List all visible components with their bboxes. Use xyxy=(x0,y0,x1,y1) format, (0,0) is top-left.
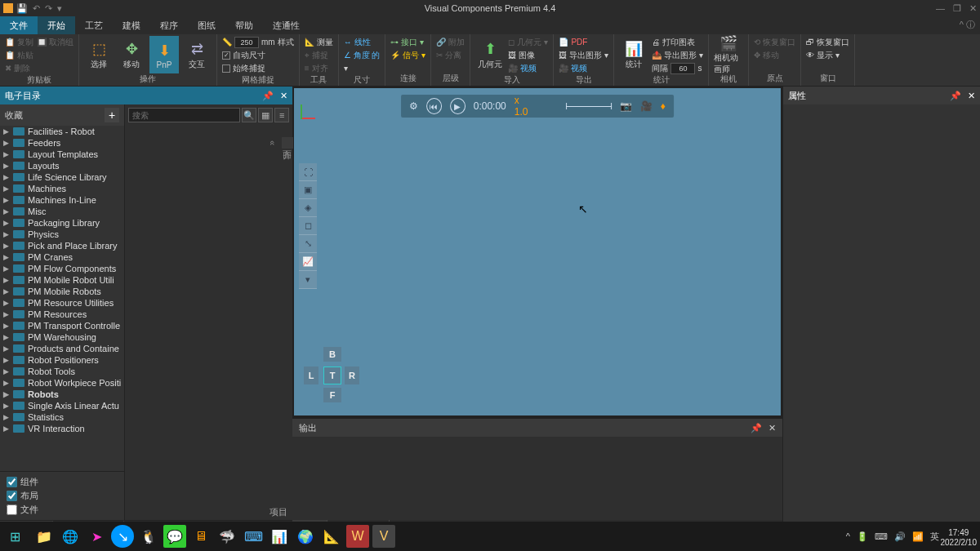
menu-process[interactable]: 工艺 xyxy=(75,16,113,34)
taskbar-bird-icon[interactable]: ↘ xyxy=(111,525,134,548)
view-grid-icon[interactable]: ▦ xyxy=(258,108,273,122)
tree-item[interactable]: ▶Facilities - Robot xyxy=(0,126,124,137)
panel-pin-icon[interactable]: 📌 xyxy=(262,91,274,101)
taskbar-matlab-icon[interactable]: 📐 xyxy=(320,525,343,548)
taskbar-wireshark-icon[interactable]: 🦈 xyxy=(216,525,238,548)
qat-save-icon[interactable]: 💾 xyxy=(16,3,28,14)
menu-program[interactable]: 程序 xyxy=(150,16,188,34)
qat-dropdown-icon[interactable]: ▾ xyxy=(57,3,62,14)
taskbar-vm-icon[interactable]: 🖥 xyxy=(189,525,212,548)
tree-item[interactable]: ▶PM Mobile Robot Utili xyxy=(0,274,124,286)
tree-item[interactable]: ▶PM Mobile Robots xyxy=(0,286,124,297)
camera-animator-button[interactable]: 🎬相机动画师 xyxy=(714,36,743,73)
taskbar-wechat-icon[interactable]: 💬 xyxy=(163,525,186,548)
taskbar-globe-icon[interactable]: 🌍 xyxy=(294,525,317,548)
interval-input[interactable] xyxy=(670,63,695,74)
cube-top[interactable]: T xyxy=(323,367,341,384)
size-more-button[interactable]: ▾ xyxy=(344,62,381,74)
tree-item[interactable]: ▶PM Resource Utilities xyxy=(0,297,124,309)
tree-item[interactable]: ▶Machines xyxy=(0,183,124,194)
tree-item[interactable]: ▶PM Transport Controlle xyxy=(0,320,124,331)
paste-button[interactable]: 📋 粘贴 xyxy=(5,49,33,61)
auto-size-check[interactable]: ✓自动尺寸 xyxy=(222,49,294,61)
tree-item[interactable]: ▶PM Flow Components xyxy=(0,263,124,274)
show-button[interactable]: 👁 显示 ▾ xyxy=(806,49,849,61)
import-image-button[interactable]: 🖼 图像 xyxy=(508,49,548,61)
timeline-slider[interactable] xyxy=(566,106,612,107)
menu-help[interactable]: 帮助 xyxy=(225,16,263,34)
tree-item[interactable]: ▶Robots xyxy=(0,389,124,400)
split-button[interactable]: ✂ 分离 xyxy=(436,49,465,61)
tree-item[interactable]: ▶Layout Templates xyxy=(0,149,124,160)
taskbar-chrome-icon[interactable]: 🌐 xyxy=(59,525,82,548)
qat-redo-icon[interactable]: ↷ xyxy=(45,3,52,14)
tree-item[interactable]: ▶Robot Workpiece Positi xyxy=(0,377,124,389)
move-button[interactable]: ✥移动 xyxy=(117,36,146,73)
cube-left[interactable]: L xyxy=(304,367,318,384)
tray-ime[interactable]: 英 xyxy=(930,531,939,543)
minimize-icon[interactable]: ― xyxy=(936,3,945,14)
viewport-3d[interactable]: ⚙ ⏮ ▶ 0:00:00 x 1.0 📷 🎥 ♦ ⛶ ▣ ◈ ◻ ⤡ 📈 ▾ xyxy=(294,88,781,415)
align-button[interactable]: ≡ 对齐 xyxy=(305,62,333,74)
graph-icon[interactable]: 📈 xyxy=(299,253,317,271)
fill-view-icon[interactable]: ▣ xyxy=(299,181,317,199)
qat-undo-icon[interactable]: ↶ xyxy=(33,3,40,14)
props-pin-icon[interactable]: 📌 xyxy=(950,91,961,101)
tree-item[interactable]: ▶PM Resources xyxy=(0,309,124,320)
restore-window-button[interactable]: 🗗 恢复窗口 xyxy=(806,36,849,48)
tray-keyboard-icon[interactable]: ⌨ xyxy=(875,531,888,542)
output-body[interactable] xyxy=(292,437,782,520)
tree-item[interactable]: ▶Life Science Library xyxy=(0,171,124,183)
output-close-icon[interactable]: ✕ xyxy=(768,423,776,433)
cube-back[interactable]: B xyxy=(323,347,341,362)
check-component[interactable]: 组件 xyxy=(7,475,118,489)
render-mode-icon[interactable]: ◈ xyxy=(299,199,317,217)
signal-button[interactable]: ⚡ 信号 ▾ xyxy=(390,49,425,61)
tree-item[interactable]: ▶Misc xyxy=(0,206,124,217)
import-geo-small[interactable]: ◻ 几何元 ▾ xyxy=(508,36,548,48)
check-layout[interactable]: 布局 xyxy=(7,489,118,503)
check-component-box[interactable] xyxy=(7,477,17,487)
select-button[interactable]: ⬚选择 xyxy=(84,36,114,73)
tray-chevron-icon[interactable]: ^ xyxy=(846,531,850,541)
catalog-tree[interactable]: ▶Facilities - Robot▶Feeders▶Layout Templ… xyxy=(0,126,124,471)
menu-file[interactable]: 文件 xyxy=(0,16,38,34)
tray-battery-icon[interactable]: 🔋 xyxy=(857,531,868,542)
import-geometry-button[interactable]: ⬆几何元 xyxy=(475,36,505,73)
linear-button[interactable]: ↔ 线性 xyxy=(344,36,381,48)
export-pdf-button[interactable]: 📄 PDF xyxy=(559,36,608,48)
close-icon[interactable]: ✕ xyxy=(969,3,977,14)
play-button[interactable]: ▶ xyxy=(450,98,466,114)
more-view-icon[interactable]: ▾ xyxy=(299,271,317,289)
settings-icon[interactable]: ⚙ xyxy=(409,100,418,112)
ribbon-collapse-icon[interactable]: ^ ⓘ xyxy=(960,19,975,31)
cube-front[interactable]: F xyxy=(323,388,341,402)
tree-item[interactable]: ▶Robot Positioners xyxy=(0,354,124,366)
origin-move-button[interactable]: ✥ 移动 xyxy=(754,49,795,61)
tree-item[interactable]: ▶PM Cranes xyxy=(0,251,124,263)
tray-wifi-icon[interactable]: 📶 xyxy=(912,531,924,542)
tree-item[interactable]: ▶Pick and Place Library xyxy=(0,240,124,251)
check-file-box[interactable] xyxy=(7,504,17,515)
taskbar-proc-icon[interactable]: 📊 xyxy=(268,525,291,548)
tree-item[interactable]: ▶Layouts xyxy=(0,160,124,171)
record-icon[interactable]: 📷 xyxy=(620,100,632,112)
vr-icon[interactable]: ♦ xyxy=(661,100,666,112)
camera-icon[interactable]: 🎥 xyxy=(640,100,653,112)
menu-modeling[interactable]: 建模 xyxy=(113,16,150,34)
tree-item[interactable]: ▶PM Warehousing xyxy=(0,331,124,343)
start-button[interactable]: ⊞ xyxy=(0,522,29,551)
nav-cube[interactable]: B L T R F xyxy=(299,342,364,407)
menu-connectivity[interactable]: 连通性 xyxy=(263,16,310,34)
export-shape-button[interactable]: 📤 导出图形 ▾ xyxy=(652,49,703,61)
system-tray[interactable]: ^ 🔋 ⌨ 🔊 📶 英 xyxy=(846,531,939,543)
taskbar-qq-icon[interactable]: 🐧 xyxy=(137,525,160,548)
add-favorite-button[interactable]: + xyxy=(105,108,119,122)
tree-item[interactable]: ▶Single Axis Linear Actu xyxy=(0,400,124,411)
output-pin-icon[interactable]: 📌 xyxy=(751,423,762,433)
collapse-strip[interactable]: 齐面 « xyxy=(282,137,293,149)
import-video-button[interactable]: 🎥 视频 xyxy=(508,62,548,74)
tree-item[interactable]: ▶Statistics xyxy=(0,411,124,423)
angle-button[interactable]: ∠ 角度 的 xyxy=(344,49,381,61)
copy-button[interactable]: 📋 复制 xyxy=(5,36,33,48)
